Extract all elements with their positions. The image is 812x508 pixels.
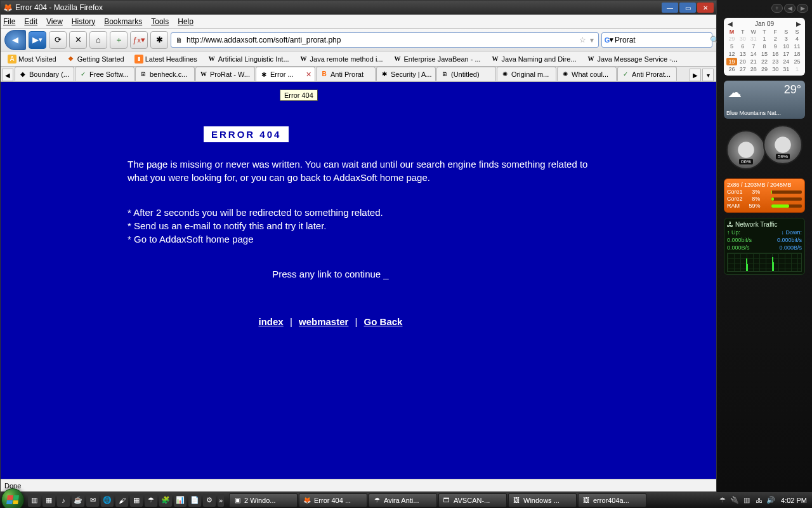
menu-history[interactable]: History — [72, 17, 95, 26]
tab-1[interactable]: ✓Free Softw... — [75, 67, 134, 81]
cal-day[interactable]: 13 — [737, 50, 748, 58]
tab-8[interactable]: ✺Original m... — [497, 67, 556, 81]
ql-app-11[interactable]: ⚙ — [203, 494, 216, 507]
window-close-button[interactable]: ✕ — [697, 3, 714, 13]
ql-app-3[interactable]: ✉ — [86, 494, 99, 507]
search-bar[interactable]: G▾ 🔍 — [601, 32, 712, 48]
tab-list-button[interactable]: ▾ — [702, 69, 714, 81]
cal-day[interactable]: 28 — [748, 65, 759, 73]
ql-app-7[interactable]: ☂ — [145, 494, 157, 507]
cal-day[interactable]: 15 — [759, 50, 769, 58]
tab-10[interactable]: ✓Anti Prorat... — [617, 67, 677, 81]
cal-day[interactable]: 17 — [781, 50, 792, 58]
addon-button-1[interactable]: ＋ — [110, 31, 128, 49]
link-index[interactable]: index — [259, 316, 284, 327]
window-maximize-button[interactable]: ▭ — [679, 3, 696, 13]
url-input[interactable] — [187, 36, 577, 44]
menu-help[interactable]: Help — [178, 17, 193, 26]
ql-app-4[interactable]: 🌐 — [101, 494, 114, 507]
forward-button[interactable]: ▶▾ — [29, 31, 46, 49]
menu-file[interactable]: File — [3, 17, 15, 26]
taskbar-clock[interactable]: 4:02 PM — [781, 497, 807, 504]
cal-day[interactable]: 2 — [770, 35, 781, 43]
bookmark-item-2[interactable]: ▮Latest Headlines — [130, 53, 202, 65]
network-gadget[interactable]: 🖧Network Traffic ↑ Up:↓ Down: 0.000bit/s… — [724, 218, 805, 275]
search-engine-icon[interactable]: G▾ — [605, 36, 613, 44]
menu-edit[interactable]: Edit — [24, 17, 37, 26]
reload-button[interactable]: ⟳ — [49, 31, 67, 49]
cal-day[interactable]: 18 — [792, 50, 802, 58]
link-webmaster[interactable]: webmaster — [299, 316, 348, 327]
weather-gadget[interactable]: ☁ 29° Blue Mountains Nat... — [724, 81, 805, 119]
addon-button-3[interactable]: ✱ — [150, 31, 168, 49]
tray-volume-icon[interactable]: 🔊 — [766, 496, 775, 505]
tray-icon-3[interactable]: ▥ — [742, 496, 751, 505]
url-bar[interactable]: 🗎 ☆ ▾ — [171, 32, 599, 48]
menu-tools[interactable]: Tools — [151, 17, 169, 26]
cal-day[interactable]: 9 — [770, 43, 781, 50]
gauge-gadget[interactable]: 06% 59% — [724, 124, 805, 173]
cal-day[interactable]: 7 — [748, 43, 759, 50]
ql-show-desktop[interactable]: ▥ — [28, 494, 41, 507]
link-goback[interactable]: Go Back — [364, 316, 403, 327]
start-button[interactable] — [1, 488, 24, 508]
window-minimize-button[interactable]: — — [662, 3, 678, 13]
cal-day[interactable]: 20 — [737, 58, 748, 65]
ql-switch-windows[interactable]: ▦ — [43, 494, 55, 507]
sidebar-next-button[interactable]: ▶ — [797, 4, 808, 13]
menu-view[interactable]: View — [46, 17, 63, 26]
ql-app-1[interactable]: ♪ — [57, 494, 70, 507]
cal-day[interactable]: 5 — [726, 43, 737, 50]
cal-day[interactable]: 29 — [759, 65, 769, 73]
tab-0[interactable]: ◆Boundary (... — [15, 67, 74, 81]
bookmark-item-7[interactable]: WJava Message Service -... — [582, 53, 683, 65]
bookmark-item-6[interactable]: WJava Naming and Dire... — [487, 53, 581, 65]
cal-day[interactable]: 10 — [781, 43, 792, 50]
cal-day[interactable]: 29 — [726, 35, 737, 43]
cal-day[interactable]: 14 — [748, 50, 759, 58]
cal-day[interactable]: 21 — [748, 58, 759, 65]
bookmark-star-icon[interactable]: ☆ — [579, 36, 586, 44]
task-button-1[interactable]: 🦊Error 404 ... — [299, 493, 367, 507]
menu-bookmarks[interactable]: Bookmarks — [104, 17, 142, 26]
cal-day[interactable]: 31 — [748, 35, 759, 43]
home-button[interactable]: ⌂ — [89, 31, 107, 49]
tab-3[interactable]: WProRat - W... — [195, 67, 255, 81]
task-button-2[interactable]: ☂Avira Anti... — [369, 493, 437, 507]
cal-day[interactable]: 23 — [770, 58, 781, 65]
ql-app-10[interactable]: 📄 — [188, 494, 201, 507]
cpu-meter-gadget[interactable]: 2x86 / 1203MB / 2045MB Core13%Core28%RAM… — [724, 178, 805, 213]
cal-day[interactable]: 1 — [792, 65, 802, 73]
cal-prev-icon[interactable]: ◀ — [728, 20, 733, 27]
search-input[interactable] — [615, 36, 710, 44]
ql-app-8[interactable]: 🧩 — [159, 494, 172, 507]
task-button-5[interactable]: 🖼error404a... — [578, 493, 646, 507]
cal-next-icon[interactable]: ▶ — [796, 20, 801, 27]
stop-button[interactable]: ✕ — [69, 31, 87, 49]
task-button-4[interactable]: 🖼Windows ... — [508, 493, 577, 507]
ql-expand[interactable]: » — [218, 494, 224, 507]
cal-day[interactable]: 19 — [726, 58, 737, 65]
cal-day[interactable]: 22 — [759, 58, 769, 65]
tab-scroll-left[interactable]: ◀ — [2, 69, 13, 81]
cal-day[interactable]: 27 — [737, 65, 748, 73]
ql-app-9[interactable]: 📊 — [174, 494, 187, 507]
ql-app-5[interactable]: 🖌 — [115, 494, 128, 507]
window-titlebar[interactable]: 🦊 Error 404 - Mozilla Firefox — ▭ ✕ — [1, 1, 716, 15]
calendar-gadget[interactable]: ◀ Jan 09 ▶ MTWTFSS2930311234567891011121… — [724, 18, 805, 76]
cal-day[interactable]: 11 — [792, 43, 802, 50]
tab-scroll-right[interactable]: ▶ — [690, 69, 701, 81]
cal-day[interactable]: 1 — [759, 35, 769, 43]
addon-button-2[interactable]: ƒx▾ — [130, 31, 148, 49]
bookmark-item-1[interactable]: ❖Getting Started — [62, 53, 129, 65]
bookmark-item-4[interactable]: WJava remote method i... — [295, 53, 388, 65]
tray-icon-4[interactable]: 🖧 — [754, 496, 763, 505]
back-button[interactable]: ◀ — [4, 30, 26, 50]
bookmark-item-3[interactable]: WArtificial Linguistic Int... — [203, 53, 294, 65]
cal-day[interactable]: 31 — [781, 65, 792, 73]
task-button-0[interactable]: ▣2 Windo... — [229, 493, 298, 507]
tab-2[interactable]: 🗎benheck.c... — [135, 67, 195, 81]
bookmark-item-5[interactable]: WEnterprise JavaBean - ... — [389, 53, 485, 65]
cal-day[interactable]: 25 — [792, 58, 802, 65]
ql-app-2[interactable]: ☕ — [72, 494, 84, 507]
